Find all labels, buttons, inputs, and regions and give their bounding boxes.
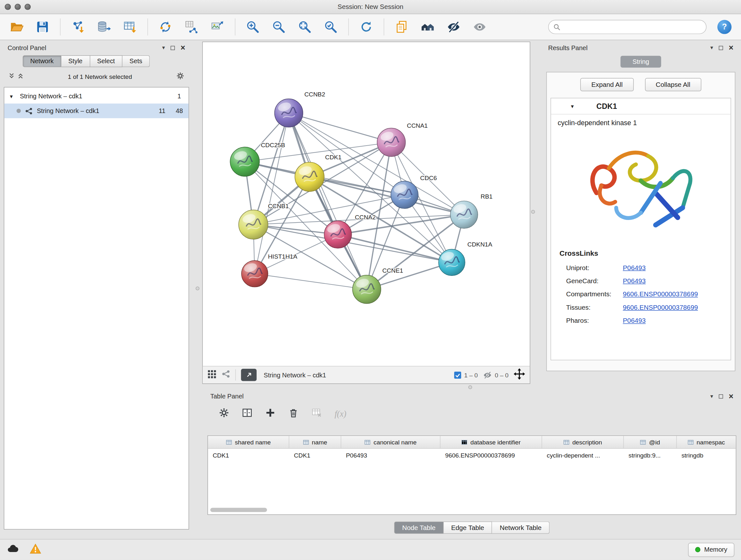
column-header[interactable]: description	[542, 436, 624, 448]
panel-float-icon[interactable]	[171, 44, 175, 51]
table-row[interactable]: CDK1 CDK1 P06493 9606.ENSP00000378699 cy…	[208, 449, 736, 459]
new-network-from-table-button[interactable]	[181, 17, 202, 37]
cloud-status-button[interactable]	[7, 543, 19, 557]
node-CDKN1A[interactable]	[439, 249, 465, 275]
protein-card-header[interactable]: ▾ CDK1	[551, 98, 731, 114]
node-CCNA1[interactable]	[377, 128, 406, 157]
pharos-link[interactable]: P06493	[623, 317, 646, 324]
help-button[interactable]: ?	[718, 20, 731, 34]
panel-float-icon[interactable]	[719, 393, 723, 400]
node-CCNB2[interactable]	[274, 99, 303, 127]
hide-details-button[interactable]	[443, 17, 465, 37]
network-collection-row[interactable]: ▾ String Network – cdk1 1	[4, 89, 189, 104]
node-CCNB1[interactable]	[239, 210, 268, 240]
tree-expander-icon[interactable]: ▾	[10, 93, 16, 100]
table-cell[interactable]: CDK1	[289, 449, 341, 459]
save-session-button[interactable]	[31, 17, 53, 37]
window-close-button[interactable]	[5, 4, 11, 10]
column-header[interactable]: canonical name	[341, 436, 441, 448]
expand-all-button[interactable]: Expand All	[581, 78, 633, 91]
tab-style[interactable]: Style	[61, 55, 90, 67]
table-cell[interactable]: cyclin-dependent ...	[542, 449, 624, 459]
network-canvas[interactable]: CCNB2CCNA1CDC25BCDK1CDC6RB1CCNB1CCNA2CDK…	[203, 42, 530, 366]
node-HIST1H1A[interactable]	[242, 260, 268, 287]
delete-column-button[interactable]	[288, 408, 299, 420]
create-column-button[interactable]	[265, 408, 276, 420]
network-row[interactable]: String Network – cdk1 11 48	[4, 104, 189, 118]
genecard-link[interactable]: P06493	[623, 277, 646, 285]
protein-expander-icon[interactable]: ▾	[571, 103, 577, 110]
table-cell[interactable]: stringdb:9...	[624, 449, 677, 459]
memory-button[interactable]: Memory	[688, 543, 734, 557]
table-cell[interactable]: P06493	[341, 449, 441, 459]
panel-menu-icon[interactable]: ▾	[711, 45, 713, 51]
scrollbar-thumb[interactable]	[210, 508, 267, 512]
warnings-indicator-button[interactable]	[29, 543, 42, 557]
table-cell[interactable]: CDK1	[208, 449, 289, 459]
search-field[interactable]	[548, 20, 706, 34]
splitter-handle[interactable]	[531, 210, 535, 214]
node-CCNE1[interactable]	[353, 275, 381, 304]
pan-mode-button[interactable]	[514, 368, 525, 381]
tissues-link[interactable]: 9606.ENSP00000378699	[623, 304, 698, 311]
table-cell[interactable]: stringdb	[677, 449, 736, 459]
column-header[interactable]: database identifier	[441, 436, 542, 448]
panel-menu-icon[interactable]: ▾	[711, 393, 713, 399]
import-table-button[interactable]	[119, 17, 141, 37]
table-cell[interactable]: 9606.ENSP00000378699	[441, 449, 542, 459]
window-minimize-button[interactable]	[15, 4, 21, 10]
zoom-in-button[interactable]	[242, 17, 264, 37]
birds-eye-view-button[interactable]	[207, 369, 216, 380]
detach-view-button[interactable]	[241, 369, 257, 381]
import-network-database-button[interactable]	[93, 17, 115, 37]
clone-network-button[interactable]	[154, 17, 176, 37]
show-column-button[interactable]	[242, 408, 253, 420]
tab-select[interactable]: Select	[90, 55, 122, 67]
search-input[interactable]	[564, 23, 701, 30]
node-RB1[interactable]	[450, 201, 478, 228]
tab-sets[interactable]: Sets	[123, 55, 150, 67]
expand-all-tree-button[interactable]	[17, 73, 23, 80]
import-network-file-button[interactable]	[67, 17, 89, 37]
node-table[interactable]: shared name name canonical name database…	[207, 435, 736, 515]
export-image-button[interactable]	[206, 17, 228, 37]
panel-menu-icon[interactable]: ▾	[162, 45, 165, 51]
collapse-all-button[interactable]: Collapse All	[645, 78, 701, 91]
node-CDK1[interactable]	[295, 162, 324, 192]
refresh-button[interactable]	[355, 17, 377, 37]
tab-edge-table[interactable]: Edge Table	[444, 521, 492, 534]
panel-close-icon[interactable]: ×	[729, 392, 734, 400]
window-zoom-button[interactable]	[24, 4, 30, 10]
tab-network-table[interactable]: Network Table	[492, 521, 549, 534]
duplicate-view-button[interactable]	[391, 17, 413, 37]
panel-close-icon[interactable]: ×	[729, 44, 734, 52]
node-CDC25B[interactable]	[230, 147, 259, 177]
table-options-button[interactable]	[219, 408, 229, 420]
tab-node-table[interactable]: Node Table	[394, 521, 444, 534]
collapse-all-tree-button[interactable]	[9, 73, 15, 80]
column-header[interactable]: namespac	[677, 436, 736, 448]
node-CCNA2[interactable]	[324, 221, 352, 248]
tab-network[interactable]: Network	[23, 55, 61, 67]
splitter-handle[interactable]	[468, 385, 472, 389]
home-view-button[interactable]	[417, 17, 439, 37]
column-header[interactable]: shared name	[208, 436, 289, 448]
open-session-button[interactable]	[6, 17, 27, 37]
tab-string[interactable]: String	[620, 56, 661, 68]
network-options-button[interactable]	[176, 72, 184, 81]
show-details-button[interactable]	[469, 17, 490, 37]
column-header[interactable]: name	[289, 436, 341, 448]
panel-float-icon[interactable]	[719, 44, 723, 51]
zoom-out-button[interactable]	[268, 17, 290, 37]
compartments-link[interactable]: 9606.ENSP00000378699	[623, 290, 698, 298]
string-view-button[interactable]	[222, 370, 230, 380]
column-header[interactable]: @id	[624, 436, 677, 448]
network-edges[interactable]	[245, 113, 464, 289]
node-CDC6[interactable]	[391, 181, 418, 208]
zoom-selected-button[interactable]	[320, 17, 342, 37]
horizontal-scrollbar[interactable]	[210, 508, 735, 512]
uniprot-link[interactable]: P06493	[623, 264, 646, 271]
splitter-handle[interactable]	[196, 287, 199, 290]
panel-close-icon[interactable]: ×	[181, 44, 185, 52]
zoom-fit-button[interactable]	[294, 17, 316, 37]
